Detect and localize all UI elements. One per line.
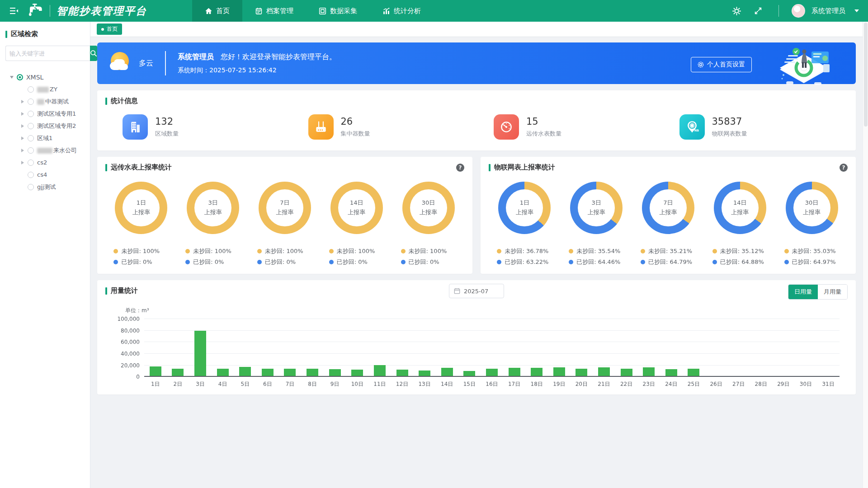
caret-right-icon[interactable]	[21, 136, 24, 140]
tree-item[interactable]: XMSL	[5, 71, 85, 83]
nav-item-data-collect[interactable]: 数据采集	[306, 0, 370, 22]
help-icon[interactable]: ?	[840, 164, 848, 172]
bar[interactable]	[621, 369, 632, 376]
bar[interactable]	[643, 367, 655, 376]
radio-button[interactable]	[28, 172, 34, 178]
tree-item[interactable]: cs4	[5, 169, 85, 181]
radio-button[interactable]	[28, 184, 34, 190]
tree-caret-slot	[19, 136, 26, 140]
radio-button[interactable]	[28, 111, 34, 117]
radio-button[interactable]	[28, 160, 34, 166]
bar[interactable]	[688, 369, 699, 376]
fullscreen-icon[interactable]	[750, 0, 766, 22]
bars-container	[144, 319, 840, 377]
nav-item-stats[interactable]: 统计分析	[370, 0, 434, 22]
month-picker[interactable]: 2025-07	[449, 284, 504, 298]
x-axis-label: 31日	[817, 380, 840, 388]
bar[interactable]	[374, 365, 386, 376]
tab-home-label: 首页	[107, 25, 118, 33]
caret-right-icon[interactable]	[21, 100, 24, 103]
bar[interactable]	[307, 369, 318, 376]
donut-chart[interactable]: 7日上报率	[259, 182, 311, 234]
bar[interactable]	[396, 370, 408, 376]
user-avatar[interactable]	[792, 4, 805, 18]
bar[interactable]	[486, 369, 498, 376]
bar[interactable]	[419, 371, 430, 376]
gear-icon[interactable]	[729, 0, 744, 22]
donut-chart[interactable]: 30日上报率	[402, 182, 455, 234]
bar[interactable]	[262, 369, 274, 376]
help-icon[interactable]: ?	[456, 164, 464, 172]
tree-item[interactable]: ZY	[5, 83, 85, 95]
y-axis-label: 40,000	[113, 351, 140, 357]
caret-right-icon[interactable]	[21, 149, 24, 152]
nav-item-home[interactable]: 首页	[192, 0, 242, 22]
donut-chart[interactable]: 1日上报率	[115, 182, 167, 234]
caret-right-icon[interactable]	[21, 112, 24, 116]
bar[interactable]	[194, 331, 206, 376]
donut-chart[interactable]: 30日上报率	[786, 182, 838, 234]
bar[interactable]	[576, 369, 587, 376]
radio-button[interactable]	[28, 123, 34, 129]
radio-button[interactable]	[28, 86, 34, 93]
radio-button[interactable]	[17, 74, 23, 80]
collapse-sidebar-icon[interactable]	[6, 0, 22, 22]
bar-slot	[615, 319, 638, 376]
scrollbar-thumb[interactable]	[864, 23, 868, 127]
bar[interactable]	[217, 369, 229, 376]
legend-text: 已抄回: 64.79%	[648, 257, 692, 267]
tree-item[interactable]: gjj测试	[5, 181, 85, 193]
bar[interactable]	[463, 371, 475, 376]
divider	[778, 5, 779, 17]
radio-button[interactable]	[28, 135, 34, 141]
donut-chart[interactable]: 1日上报率	[498, 182, 551, 234]
bar[interactable]	[239, 367, 251, 376]
donut-chart[interactable]: 7日上报率	[642, 182, 694, 234]
bar-slot	[683, 319, 705, 376]
donut-chart[interactable]: 3日上报率	[187, 182, 239, 234]
dashboard-illustration	[770, 43, 838, 85]
x-axis-label: 12日	[391, 380, 414, 388]
bar[interactable]	[598, 367, 610, 376]
bar[interactable]	[441, 368, 453, 376]
gauge-legend: 未抄回: 100%已抄回: 0%	[113, 246, 160, 267]
monthly-usage-button[interactable]: 月用量	[818, 285, 847, 299]
bar[interactable]	[150, 366, 161, 376]
bar[interactable]	[531, 368, 542, 376]
tab-home[interactable]: 首页	[97, 23, 122, 35]
bar[interactable]	[172, 369, 184, 376]
tree-item[interactable]: 中器测试	[5, 95, 85, 108]
main-scrollbar[interactable]	[863, 22, 868, 488]
personal-home-settings-button[interactable]: 个人首页设置	[691, 57, 752, 72]
tree-item[interactable]: 区域1	[5, 132, 85, 144]
chevron-down-icon[interactable]	[854, 9, 859, 12]
concentrator-icon	[308, 114, 334, 140]
bar[interactable]	[509, 368, 520, 376]
donut-chart[interactable]: 3日上报率	[570, 182, 623, 234]
bar[interactable]	[351, 370, 363, 376]
bar[interactable]	[329, 369, 341, 376]
legend-row: 未抄回: 35.21%	[641, 246, 692, 257]
caret-down-icon[interactable]	[10, 76, 14, 79]
bar[interactable]	[284, 369, 296, 376]
radio-button[interactable]	[28, 147, 34, 154]
y-axis-label: 60,000	[113, 339, 140, 345]
user-name[interactable]: 系统管理员	[811, 7, 845, 15]
donut-chart[interactable]: 14日上报率	[330, 182, 383, 234]
tree-item[interactable]: 测试区域专用1	[5, 108, 85, 120]
report-rate-gauge: 3日上报率未抄回: 100%已抄回: 0%	[179, 182, 247, 267]
daily-usage-button[interactable]: 日用量	[788, 285, 818, 299]
tree-item[interactable]: 来水公司	[5, 144, 85, 156]
bar[interactable]	[665, 369, 677, 376]
tree-item[interactable]: cs2	[5, 156, 85, 169]
donut-chart[interactable]: 14日上报率	[714, 182, 766, 234]
radio-button[interactable]	[28, 99, 34, 105]
x-axis-label: 13日	[413, 380, 436, 388]
caret-right-icon[interactable]	[21, 124, 24, 128]
region-search-input[interactable]	[5, 46, 90, 61]
legend-dot-icon	[329, 260, 334, 264]
nav-item-archive[interactable]: 档案管理	[242, 0, 306, 22]
bar[interactable]	[553, 367, 565, 376]
tree-item[interactable]: 测试区域专用2	[5, 120, 85, 132]
caret-right-icon[interactable]	[21, 161, 24, 164]
